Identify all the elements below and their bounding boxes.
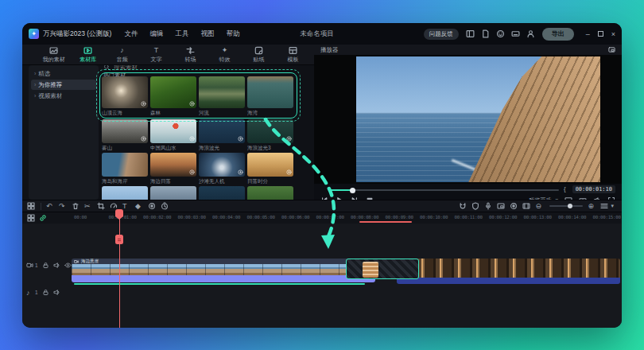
speaker-icon[interactable] — [53, 289, 60, 296]
library-thumbnail-2-4[interactable] — [247, 119, 293, 143]
download-icon[interactable] — [238, 169, 243, 175]
library-thumbnail-1-3[interactable] — [199, 76, 245, 108]
media-grid-icon[interactable] — [27, 202, 35, 210]
library-thumbnail-3-2[interactable] — [150, 153, 196, 177]
library-thumbnail-3-1[interactable] — [102, 153, 148, 177]
audio-track-number: 1 — [35, 290, 38, 295]
caret-down-icon[interactable]: ▾ — [611, 203, 614, 209]
record-icon[interactable] — [510, 202, 518, 210]
thumbnail-label: 海岛和海岸 — [102, 178, 148, 185]
minimize-button[interactable]: – — [586, 30, 590, 38]
download-icon[interactable] — [189, 101, 195, 107]
track-manage-icon[interactable] — [600, 202, 608, 210]
seek-handle[interactable] — [350, 188, 355, 193]
ruler-tick: 00:00:09:00 — [386, 215, 413, 220]
doc-icon[interactable] — [481, 29, 490, 38]
timeline-zoom-slider[interactable] — [549, 205, 583, 207]
menu-item-3[interactable]: 工具 — [175, 29, 188, 39]
nav-tab-2[interactable]: 素材库 — [71, 46, 105, 64]
text-t-icon[interactable]: T — [122, 202, 130, 210]
crop-icon[interactable] — [97, 202, 105, 210]
library-thumbnail-1-4[interactable] — [247, 76, 293, 108]
lock-icon[interactable] — [42, 262, 49, 269]
lock-icon[interactable] — [42, 289, 49, 296]
menu-item-2[interactable]: 编辑 — [149, 29, 163, 39]
sidebar-item-2[interactable]: ›为你推荐 — [31, 80, 96, 90]
video-track-header: 1 — [26, 262, 72, 269]
maximize-button[interactable] — [598, 31, 603, 37]
title-bar: ✦ 万兴喵影2023 (公测版) 文件编辑工具视图帮助 未命名项目 问题反馈 导… — [22, 23, 622, 45]
nav-tab-7[interactable]: 贴纸 — [242, 46, 276, 64]
library-thumbnail-1-1[interactable] — [102, 76, 148, 108]
feedback-button[interactable]: 问题反馈 — [424, 29, 459, 40]
keyboard-icon[interactable] — [511, 29, 520, 38]
project-sync-icon[interactable] — [337, 30, 344, 37]
seek-progress — [328, 189, 351, 191]
smiley-icon[interactable] — [496, 29, 505, 38]
user-icon[interactable] — [526, 29, 535, 38]
sidebar-item-3[interactable]: ›视频素材 — [31, 91, 96, 101]
playhead-handle[interactable] — [115, 235, 123, 244]
undo-icon[interactable]: ↶ — [46, 202, 54, 210]
nav-tab-5[interactable]: 转场 — [173, 46, 208, 64]
thumbnail-label: 河流 — [199, 110, 245, 117]
trash-icon[interactable] — [72, 202, 80, 210]
nav-tab-8[interactable]: 模板 — [276, 46, 310, 64]
nav-tab-1[interactable]: 我的素材 — [37, 46, 71, 64]
menu-item-4[interactable]: 视图 — [200, 29, 214, 39]
pip-icon[interactable] — [497, 202, 505, 210]
ruler-tick: 00:00 — [74, 215, 87, 220]
split-icon[interactable]: ✂ — [84, 202, 92, 210]
timeline-clip-surfer[interactable] — [397, 259, 620, 284]
zoom-out-icon[interactable]: ⊖ — [535, 202, 543, 210]
project-name: 未命名项目 — [300, 29, 334, 39]
download-icon[interactable] — [141, 101, 146, 107]
download-icon[interactable] — [286, 169, 292, 175]
library-thumbnail-2-3[interactable] — [199, 119, 245, 143]
nav-tab-4[interactable]: T文字 — [139, 46, 173, 64]
download-icon[interactable] — [189, 169, 195, 175]
thumbnail-label: 海边日落 — [150, 178, 196, 185]
timeline-tracks: 1 ♪1 海边悬崖 — [22, 224, 622, 328]
library-thumbnail-1-2[interactable] — [150, 76, 196, 108]
download-icon[interactable] — [189, 136, 195, 142]
nav-tab-3[interactable]: ♪音频 — [105, 46, 139, 64]
layout-icon[interactable] — [466, 29, 475, 38]
link-icon[interactable] — [39, 214, 47, 222]
track-options-icon[interactable] — [27, 214, 35, 222]
download-icon[interactable] — [238, 136, 243, 142]
seek-bar[interactable] — [328, 189, 559, 191]
sidebar-item-1[interactable]: ›精选 — [31, 68, 96, 79]
eye-icon[interactable] — [64, 262, 72, 269]
timer-icon[interactable] — [161, 202, 169, 210]
shield-icon[interactable] — [471, 202, 479, 210]
nav-tab-6[interactable]: ✦特效 — [208, 46, 242, 64]
library-thumbnail-2-2[interactable] — [150, 119, 196, 143]
keyframe-icon[interactable]: ◆ — [135, 202, 143, 210]
audio-level-line[interactable] — [74, 283, 365, 285]
menu-item-5[interactable]: 帮助 — [226, 29, 239, 39]
magnet-icon[interactable] — [459, 202, 467, 210]
library-thumbnail-3-3[interactable] — [199, 153, 245, 177]
mic-icon[interactable] — [484, 202, 492, 210]
timeline-ruler[interactable]: 00:0000:00:01:0000:00:02:0000:00:03:0000… — [22, 212, 622, 224]
film-icon[interactable] — [522, 202, 530, 210]
record-icon[interactable] — [148, 202, 156, 210]
menu-item-1[interactable]: 文件 — [124, 29, 138, 39]
close-button[interactable]: × — [611, 30, 615, 38]
download-icon[interactable] — [286, 136, 292, 142]
redo-icon[interactable]: ↷ — [59, 202, 67, 210]
library-thumbnail-3-4[interactable] — [247, 153, 293, 177]
speaker-icon[interactable] — [53, 262, 60, 269]
ruler-tick: 00:00:14:00 — [558, 215, 586, 220]
drop-placeholder-clip[interactable] — [346, 259, 419, 279]
download-icon[interactable] — [141, 136, 146, 142]
speed-icon[interactable] — [110, 202, 118, 210]
ruler-tick: 00:00:02:00 — [143, 215, 171, 220]
timeline-clip-coast[interactable]: 海边悬崖 — [72, 259, 375, 282]
zoom-slider-handle[interactable] — [568, 204, 572, 208]
pip-icon[interactable] — [608, 46, 615, 53]
export-button[interactable]: 导出 — [542, 28, 574, 41]
library-thumbnail-2-1[interactable] — [102, 119, 148, 143]
zoom-in-icon[interactable]: ⊕ — [588, 202, 596, 210]
